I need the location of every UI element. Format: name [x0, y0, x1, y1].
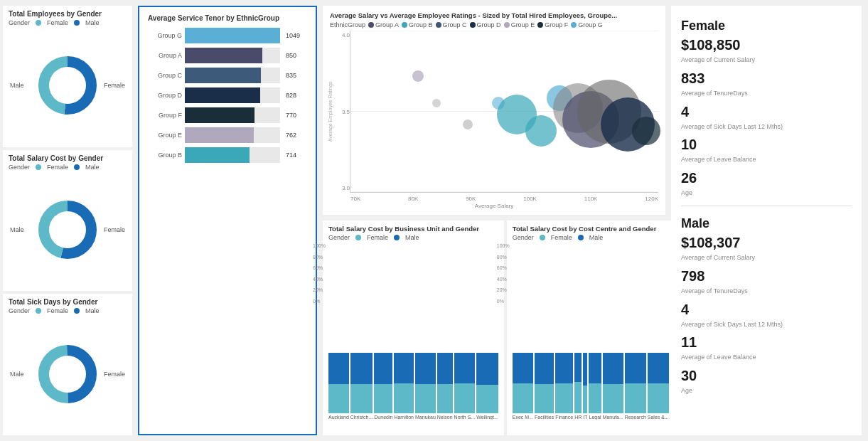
bar-row: Group D 828: [148, 87, 307, 103]
bar-value: 770: [286, 112, 307, 119]
stacked-bar-segments: [583, 353, 587, 413]
male-dot: [74, 20, 80, 26]
stacked-bar-segments: [603, 353, 623, 413]
scatter-legend-text: Group B: [409, 21, 433, 28]
y-label: 40%: [497, 277, 510, 282]
x-70k: 70K: [350, 196, 360, 202]
business-unit-card: Total Salary Cost by Business Unit and G…: [323, 220, 504, 435]
bar-label: Group B: [148, 152, 182, 159]
y-label: 20%: [313, 287, 326, 292]
female-age-value: 26: [681, 169, 852, 186]
stacked-bar-segments: [350, 353, 373, 413]
y-label: 80%: [313, 255, 326, 260]
scatter-legend-dot: [537, 22, 543, 28]
employees-gender-title: Total Employees by Gender: [9, 10, 127, 18]
female-age-label: Age: [681, 189, 852, 197]
donut-2-wrapper: Male Female: [9, 173, 127, 287]
stacked-bar-col: Nelson: [437, 353, 453, 420]
bar-fill: [185, 87, 260, 103]
stacked-bar-segments: [648, 353, 669, 413]
stacked-bar-col: Facilities: [535, 353, 554, 420]
stacked-bar-col: Christch...: [350, 353, 373, 420]
salary-gender-title: Total Salary Cost by Gender: [9, 154, 127, 162]
stacked-bar-col: Manukau: [415, 353, 436, 420]
dashboard: Total Employees by Gender Gender Female …: [0, 0, 868, 441]
female-leave-value: 10: [681, 136, 852, 153]
bar-chart-rows: Group G 1049 Group A 850 Group C 835 Gro…: [148, 28, 307, 167]
bar-row: Group A 850: [148, 48, 307, 63]
scatter-legend-dot: [504, 22, 510, 28]
stacked-bar-col: Auckland: [328, 353, 349, 420]
scatter-bubble: [432, 99, 441, 107]
female-segment: [625, 383, 646, 414]
stacked-bar-col: Dunedin: [374, 353, 392, 420]
donut-chart-1: [36, 53, 100, 117]
bu-male-label: Male: [405, 234, 419, 241]
cost-centre-card: Total Salary Cost by Cost Centre and Gen…: [507, 220, 675, 435]
scatter-bubble: [632, 117, 660, 145]
scatter-legend-dot: [368, 22, 374, 28]
stacked-bar-xlabel: Exec M...: [513, 415, 533, 420]
male-label-left-3: Male: [10, 371, 24, 378]
x-100k: 100K: [523, 196, 537, 202]
male-segment: [555, 353, 573, 383]
male-segment: [454, 353, 476, 383]
sickdays-gender-legend: Gender Female Male: [9, 307, 127, 314]
y-label: 20%: [497, 287, 510, 292]
female-segment: [535, 384, 554, 413]
male-segment: [374, 353, 392, 384]
y-min: 3.0: [342, 185, 350, 191]
donut-chart-3: [36, 342, 100, 406]
scatter-legend-dot: [436, 22, 441, 28]
male-segment: [328, 353, 349, 384]
female-sickdays-value: 4: [681, 103, 852, 120]
stacked-bar-xlabel: Manufa...: [603, 415, 623, 420]
female-leave-label: Average of Leave Balance: [681, 156, 852, 164]
donut-chart-2: [36, 198, 100, 262]
bar-value: 714: [286, 152, 307, 159]
scatter-legend-text: Group F: [545, 21, 568, 28]
male-section-title: Male: [681, 216, 852, 231]
scatter-legend-text: Group C: [443, 21, 467, 28]
bar-bg: [185, 68, 280, 83]
stacked-bar-xlabel: Wellingt...: [476, 415, 498, 420]
female-segment: [589, 383, 601, 414]
bu-female-dot: [355, 235, 361, 240]
legend-label-2: Gender: [9, 164, 30, 171]
male-label: Male: [85, 19, 100, 26]
female-segment: [454, 383, 476, 413]
stacked-bar-xlabel: North S...: [454, 415, 476, 420]
stacked-bar-col: Finance: [555, 353, 573, 420]
sickdays-gender-title: Total Sick Days by Gender: [9, 298, 127, 306]
cc-chart-area: Exec M...FacilitiesFinanceHRITLegalManuf…: [513, 243, 669, 431]
y-max: 4.0: [342, 32, 350, 38]
female-segment: [350, 384, 373, 413]
female-segment: [603, 384, 623, 413]
business-unit-legend: Gender Female Male: [328, 234, 498, 241]
male-segment: [535, 353, 554, 384]
bar-fill: [185, 127, 254, 143]
scatter-bubble: [463, 119, 473, 129]
male-segment: [437, 353, 453, 384]
bar-fill: [185, 48, 262, 63]
x-90k: 90K: [466, 196, 476, 202]
scatter-legend-item: Group F: [537, 21, 568, 28]
stacked-bar-xlabel: Finance: [555, 415, 573, 420]
stacked-bar-segments: [437, 353, 453, 413]
bar-row: Group G 1049: [148, 28, 307, 43]
scatter-bubble: [412, 70, 424, 82]
male-segment: [589, 353, 601, 383]
male-label-left: Male: [10, 82, 24, 89]
female-tenure-value: 833: [681, 70, 852, 87]
cc-legend-label: Gender: [513, 234, 534, 241]
stacked-bar-col: North S...: [454, 353, 476, 420]
scatter-plot-area: 4.0 Average Employee Ratings 3.5 3.0 70K…: [330, 31, 658, 193]
cc-female-label: Female: [551, 234, 572, 241]
female-segment: [648, 383, 669, 413]
employees-gender-card: Total Employees by Gender Gender Female …: [3, 6, 132, 147]
bu-male-dot: [394, 235, 400, 240]
stacked-bar-xlabel: Legal: [589, 415, 601, 420]
female-sickdays-label: Average of Sick Days Last 12 Mths): [681, 123, 852, 131]
stacked-bar-xlabel: Facilities: [535, 415, 554, 420]
stacked-bar-col: IT: [583, 353, 587, 420]
